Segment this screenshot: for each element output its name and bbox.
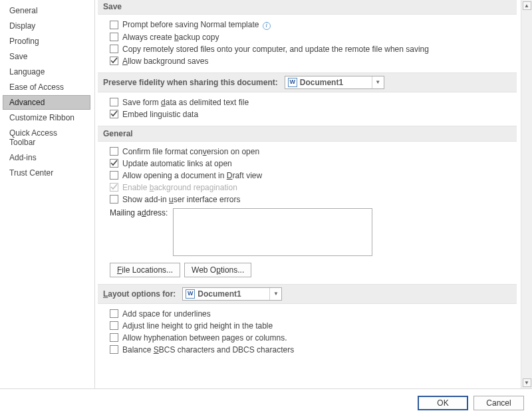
checkbox-embed-linguistic[interactable]: [110, 110, 118, 118]
section-title-layout: Layout options for:: [103, 289, 176, 299]
checkbox-add-space-underlines[interactable]: [110, 309, 118, 318]
sidebar-item-trust-center[interactable]: Trust Center: [3, 166, 90, 180]
checkbox-allow-hyphenation[interactable]: [110, 333, 118, 342]
label-update-links: Update automatic links at open: [122, 159, 232, 168]
sidebar-item-save[interactable]: Save: [3, 49, 90, 64]
dialog-body: General Display Proofing Save Language E…: [0, 0, 532, 389]
section-body-save: Prompt before saving Normal template i A…: [98, 15, 517, 72]
label-draft-view: Allow opening a document in Draft view: [122, 171, 262, 180]
checkbox-addin-errors[interactable]: [110, 195, 118, 204]
checkbox-bg-repagination: [110, 183, 118, 192]
label-backup-copy: Always create backup copy: [122, 33, 219, 42]
content-pane: Save Prompt before saving Normal templat…: [95, 0, 532, 388]
sidebar-item-add-ins[interactable]: Add-ins: [3, 150, 90, 165]
section-title-save: Save: [103, 2, 122, 11]
checkbox-save-form-data[interactable]: [110, 98, 118, 106]
checkbox-copy-remote[interactable]: [110, 45, 118, 53]
category-sidebar: General Display Proofing Save Language E…: [0, 0, 94, 388]
section-body-fidelity: Save form data as delimited text file Em…: [98, 92, 517, 126]
label-save-form-data: Save form data as delimited text file: [122, 98, 249, 107]
scroll-area: Save Prompt before saving Normal templat…: [95, 0, 521, 388]
cancel-button[interactable]: Cancel: [473, 396, 524, 410]
mailing-address-textarea[interactable]: [173, 208, 372, 256]
label-addin-errors: Show add-in user interface errors: [122, 195, 240, 204]
checkbox-prompt-normal[interactable]: [110, 21, 118, 29]
section-body-general: Confirm file format conversion on open U…: [98, 142, 517, 284]
section-header-layout: Layout options for: W Document1 ▼: [98, 284, 517, 304]
label-embed-linguistic: Embed linguistic data: [122, 110, 198, 119]
word-doc-icon: W: [288, 78, 297, 87]
label-bg-saves: Allow background saves: [122, 57, 208, 66]
checkbox-backup-copy[interactable]: [110, 33, 118, 41]
scroll-up-button[interactable]: ▲: [523, 1, 531, 10]
checkbox-bg-saves[interactable]: [110, 57, 118, 65]
checkbox-confirm-conversion[interactable]: [110, 147, 118, 156]
label-allow-hyphenation: Allow hyphenation between pages or colum…: [122, 333, 287, 343]
combo-fidelity-value: Document1: [300, 78, 343, 87]
section-title-fidelity: Preserve fidelity when sharing this docu…: [103, 78, 278, 87]
info-icon[interactable]: i: [263, 22, 271, 30]
combo-layout-document[interactable]: W Document1 ▼: [182, 287, 282, 301]
dialog-footer: OK Cancel: [0, 389, 532, 417]
checkbox-draft-view[interactable]: [110, 171, 118, 180]
label-mailing-address: Mailing address:: [110, 208, 168, 217]
label-balance-sbcs: Balance SBCS characters and DBCS charact…: [122, 345, 294, 354]
sidebar-item-quick-access-toolbar[interactable]: Quick Access Toolbar: [3, 126, 90, 150]
label-bg-repagination: Enable background repagination: [122, 183, 237, 192]
sidebar-item-general[interactable]: General: [3, 3, 90, 18]
sidebar-item-proofing[interactable]: Proofing: [3, 34, 90, 49]
combo-fidelity-document[interactable]: W Document1 ▼: [285, 76, 384, 89]
vertical-scrollbar[interactable]: ▲ ▼: [521, 0, 532, 388]
ok-button[interactable]: OK: [418, 396, 468, 410]
label-adjust-line-height: Adjust line height to grid height in the…: [122, 321, 273, 331]
label-copy-remote: Copy remotely stored files onto your com…: [122, 45, 429, 54]
sidebar-item-display[interactable]: Display: [3, 19, 90, 33]
label-add-space-underlines: Add space for underlines: [122, 309, 211, 319]
section-header-save: Save: [98, 0, 517, 15]
sidebar-item-ease-of-access[interactable]: Ease of Access: [3, 80, 90, 94]
sidebar-item-advanced[interactable]: Advanced: [3, 95, 90, 110]
label-confirm-conversion: Confirm file format conversion on open: [122, 147, 259, 156]
web-options-button[interactable]: Web Options...: [184, 263, 251, 277]
file-locations-button[interactable]: File Locations...: [110, 263, 180, 277]
section-header-general: General: [98, 126, 517, 142]
scroll-down-button[interactable]: ▼: [523, 378, 531, 387]
sidebar-item-customize-ribbon[interactable]: Customize Ribbon: [3, 110, 90, 125]
checkbox-adjust-line-height[interactable]: [110, 321, 118, 330]
sidebar-item-language[interactable]: Language: [3, 65, 90, 79]
section-header-fidelity: Preserve fidelity when sharing this docu…: [98, 72, 517, 92]
chevron-down-icon: ▼: [269, 288, 281, 300]
word-doc-icon: W: [186, 289, 195, 299]
section-title-general: General: [103, 129, 133, 138]
chevron-down-icon: ▼: [372, 76, 384, 88]
label-prompt-normal: Prompt before saving Normal template i: [122, 20, 271, 30]
checkbox-update-links[interactable]: [110, 159, 118, 168]
options-dialog: General Display Proofing Save Language E…: [0, 0, 532, 417]
combo-layout-value: Document1: [198, 289, 241, 299]
checkbox-balance-sbcs[interactable]: [110, 345, 118, 354]
section-body-layout: Add space for underlines Adjust line hei…: [98, 304, 517, 361]
